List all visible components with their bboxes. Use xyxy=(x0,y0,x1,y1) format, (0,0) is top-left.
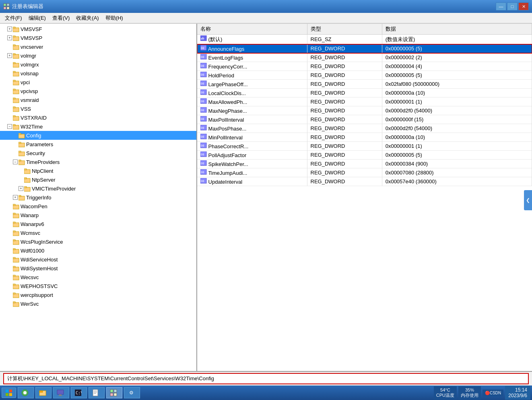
value-row-maxpollinterval[interactable]: 00 MaxPollIntervalREG_DWORD0x0000000f (1… xyxy=(197,115,532,124)
tree-item-vmsvsp[interactable]: VMSVSP xyxy=(0,33,196,42)
value-type-default: REG_SZ xyxy=(307,35,382,44)
tree-item-volmgr[interactable]: volmgr xyxy=(0,51,196,60)
tree-item-vncserver[interactable]: vncserver xyxy=(0,42,196,51)
tree-item-ntpclient[interactable]: NtpClient xyxy=(0,166,196,175)
tree-label-volsnap: volsnap xyxy=(21,70,39,77)
taskbar-gear[interactable]: ⚙ xyxy=(124,387,140,398)
tree-item-triggerinfo[interactable]: TriggerInfo xyxy=(0,193,196,202)
tree-label-security: Security xyxy=(26,150,45,156)
tree-item-vmictimeprovider[interactable]: VMICTimeProvider xyxy=(0,184,196,193)
menu-file[interactable]: 文件(F) xyxy=(2,13,25,23)
value-row-localclockdis[interactable]: 00 LocalClockDis...REG_DWORD0x0000000a (… xyxy=(197,89,532,97)
value-row-maxallowedph[interactable]: 00 MaxAllowedPh...REG_DWORD0x00000001 (1… xyxy=(197,97,532,106)
taskbar-notepad[interactable] xyxy=(89,387,105,398)
folder-icon-wdf01000 xyxy=(13,247,19,254)
app-icon xyxy=(3,3,10,10)
value-row-maxnegphase[interactable]: 00 MaxNegPhase...REG_DWORD0x0000d2f0 (54… xyxy=(197,106,532,115)
tree-item-vpcivsp[interactable]: vpcivsp xyxy=(0,87,196,95)
tree-item-vsmraid[interactable]: vsmraid xyxy=(0,95,196,104)
tree-item-volmgrx[interactable]: volmgrx xyxy=(0,60,196,69)
minimize-button[interactable]: — xyxy=(496,2,506,10)
menu-favorites[interactable]: 收藏夹(A) xyxy=(73,13,102,23)
value-row-updateinterval[interactable]: 00 UpdateIntervalREG_DWORD0x00057e40 (36… xyxy=(197,177,532,186)
value-row-announceflags[interactable]: 00 AnnounceFlagsREG_DWORD0x00000005 (5) xyxy=(197,44,532,53)
value-row-phasecorrectr[interactable]: 00 PhaseCorrectR...REG_DWORD0x00000001 (… xyxy=(197,142,532,151)
expand-btn-vmsvsp[interactable] xyxy=(7,35,12,40)
expand-btn-triggerinfo[interactable] xyxy=(13,195,18,200)
value-row-frequencycorr[interactable]: 00 FrequencyCorr...REG_DWORD0x00000004 (… xyxy=(197,62,532,71)
menu-help[interactable]: 帮助(H) xyxy=(102,13,126,23)
tree-item-timeproviders[interactable]: TimeProviders xyxy=(0,158,196,166)
tree-item-wecsvc[interactable]: Wecsvc xyxy=(0,273,196,282)
tree-item-wercplsupport[interactable]: wercplsupport xyxy=(0,290,196,299)
close-button[interactable]: ✕ xyxy=(518,2,529,10)
tree-item-wacompen[interactable]: WacomPen xyxy=(0,202,196,211)
tree-item-config[interactable]: Config xyxy=(0,131,196,140)
expand-btn-vmsvsf[interactable] xyxy=(7,27,12,31)
tree-item-wephostsvc[interactable]: WEPHOSTSVC xyxy=(0,282,196,290)
menu-view[interactable]: 查看(V) xyxy=(49,13,73,23)
tree-item-wdisystemhost[interactable]: WdiSystemHost xyxy=(0,264,196,273)
svg-rect-7 xyxy=(13,36,15,37)
start-button[interactable] xyxy=(2,388,16,398)
tree-item-wdf01000[interactable]: Wdf01000 xyxy=(0,246,196,255)
svg-rect-111 xyxy=(59,394,62,396)
tree-panel[interactable]: VMSVSF VMSVSP vncserver volmgr volmgrx v… xyxy=(0,24,197,371)
expand-btn-volmgr[interactable] xyxy=(7,53,12,58)
dword-icon-holdperiod: 00 xyxy=(200,72,207,77)
dword-icon: 00 xyxy=(200,125,207,131)
value-row-polladjustfactor[interactable]: 00 PollAdjustFactorREG_DWORD0x00000005 (… xyxy=(197,151,532,160)
value-row-eventlogflags[interactable]: 00 EventLogFlagsREG_DWORD0x00000002 (2) xyxy=(197,53,532,62)
tree-item-vss[interactable]: VSS xyxy=(0,104,196,113)
tree-label-vstxraid: VSTXRAID xyxy=(21,115,47,121)
tree-item-w32time[interactable]: W32Time xyxy=(0,122,196,131)
taskbar-cmd[interactable]: C:\ xyxy=(71,387,87,398)
tree-item-wcmsvc[interactable]: Wcmsvc xyxy=(0,228,196,237)
value-name-largephaseoff: 00 LargePhaseOff... xyxy=(197,80,307,89)
taskbar-right: 54°C CPU温度 35% 内存使用 🔴CSDN 15:14 2023/9/6 xyxy=(434,386,530,400)
taskbar-explorer[interactable] xyxy=(35,387,52,398)
tree-item-security[interactable]: Security xyxy=(0,149,196,158)
value-row-minpollinterval[interactable]: 00 MinPollIntervalREG_DWORD0x0000000a (1… xyxy=(197,133,532,142)
svg-text:00: 00 xyxy=(201,91,204,94)
value-name-phasecorrectr: 00 PhaseCorrectR... xyxy=(197,142,307,151)
expand-btn-timeproviders[interactable] xyxy=(13,160,18,164)
value-row-default[interactable]: ab (默认)REG_SZ(数值未设置) xyxy=(197,35,532,44)
tree-item-vpci[interactable]: vpci xyxy=(0,78,196,87)
value-row-holdperiod[interactable]: 00 HoldPeriodREG_DWORD0x00000005 (5) xyxy=(197,71,532,80)
tree-item-wersvc[interactable]: WerSvc xyxy=(0,299,196,308)
notepad-icon xyxy=(92,389,99,396)
values-scroll[interactable]: 名称 类型 数据 ab (默认)REG_SZ(数值未设置) 00 Announc… xyxy=(197,24,532,371)
right-sidebar-button[interactable]: ❮ xyxy=(524,190,532,210)
value-data-localclockdis: 0x0000000a (10) xyxy=(382,89,532,97)
tree-item-parameters[interactable]: Parameters xyxy=(0,140,196,149)
expand-btn-w32time[interactable] xyxy=(7,124,12,129)
tree-item-wanarp[interactable]: Wanarp xyxy=(0,211,196,220)
tree-item-vmsvsf[interactable]: VMSVSF xyxy=(0,25,196,33)
tree-item-vstxraid[interactable]: VSTXRAID xyxy=(0,113,196,122)
value-row-largephaseoff[interactable]: 00 LargePhaseOff...REG_DWORD0x02faf080 (… xyxy=(197,80,532,89)
expand-btn-vss xyxy=(7,106,12,111)
value-type-localclockdis: REG_DWORD xyxy=(307,89,382,97)
expand-btn-vmictimeprovider[interactable] xyxy=(19,186,23,191)
value-row-timejumpaud[interactable]: 00 TimeJumpAudi...REG_DWORD0x00007080 (2… xyxy=(197,168,532,177)
values-table: 名称 类型 数据 ab (默认)REG_SZ(数值未设置) 00 Announc… xyxy=(197,24,532,186)
tree-item-wcspluginsvc[interactable]: WcsPlugInService xyxy=(0,237,196,246)
taskbar-computer[interactable] xyxy=(53,387,69,398)
taskbar-regedit[interactable] xyxy=(106,387,122,398)
value-row-maxposphase[interactable]: 00 MaxPosPhase...REG_DWORD0x0000d2f0 (54… xyxy=(197,124,532,133)
tree-item-wanarpv6[interactable]: Wanarpv6 xyxy=(0,220,196,228)
svg-rect-47 xyxy=(13,213,15,214)
maximize-button[interactable]: □ xyxy=(507,2,518,10)
tree-item-ntpserver[interactable]: NtpServer xyxy=(0,175,196,184)
svg-text:00: 00 xyxy=(201,109,204,112)
value-row-spikewatchper[interactable]: 00 SpikeWatchPer...REG_DWORD0x00000384 (… xyxy=(197,160,532,168)
tree-item-wdiservicehost[interactable]: WdiServiceHost xyxy=(0,255,196,264)
svg-text:00: 00 xyxy=(201,73,204,77)
dword-icon-maxposphase: 00 xyxy=(200,125,207,131)
tree-item-volsnap[interactable]: volsnap xyxy=(0,69,196,78)
taskbar-browser[interactable] xyxy=(18,387,34,398)
value-data-timejumpaud: 0x00007080 (28800) xyxy=(382,168,532,177)
menu-edit[interactable]: 编辑(E) xyxy=(25,13,49,23)
svg-text:00: 00 xyxy=(201,144,204,147)
